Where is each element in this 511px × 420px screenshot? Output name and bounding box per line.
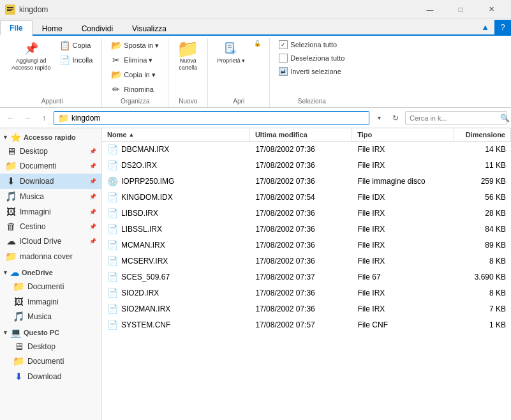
table-row[interactable]: 📄 MCSERV.IRX 17/08/2002 07:36 File IRX 8…	[102, 253, 511, 269]
table-row[interactable]: 📄 SCES_509.67 17/08/2002 07:37 File 67 3…	[102, 269, 511, 285]
sidebar-item-download[interactable]: ⬇ Download 📌	[0, 174, 101, 189]
tab-condividi[interactable]: Condividi	[72, 20, 122, 36]
paste-icon: 📄	[60, 55, 70, 65]
tab-file[interactable]: File	[0, 20, 33, 36]
select-all-button[interactable]: ✓ Seleziona tutto	[275, 38, 348, 51]
sidebar-item-desktop[interactable]: 🖥 Desktop 📌	[0, 144, 101, 158]
quick-access-header[interactable]: ▼ ⭐ Accesso rapido	[0, 131, 101, 144]
pin-indicator3: 📌	[89, 178, 96, 184]
dropdown-arrow[interactable]: ▾	[372, 111, 386, 125]
file-modified: 17/08/2002 07:37	[250, 271, 352, 283]
onedrive-cloud-icon: ☁	[10, 267, 19, 278]
table-row[interactable]: 📄 LIBSD.IRX 17/08/2002 07:36 File IRX 28…	[102, 206, 511, 221]
madonna-label: madonna cover	[20, 252, 96, 261]
expand-icon: ▼	[3, 134, 8, 140]
address-input[interactable]: 📁 kingdom	[54, 111, 369, 125]
sidebar-item-documenti[interactable]: 📁 Documenti 📌	[0, 158, 101, 174]
file-type-icon: 📄	[107, 192, 118, 202]
sidebar-item-musica[interactable]: 🎵 Musica 📌	[0, 189, 101, 204]
table-row[interactable]: 📄 SIO2MAN.IRX 17/08/2002 07:36 File IRX …	[102, 301, 511, 317]
sidebar-item-pc-documenti[interactable]: 📁 Documenti	[0, 354, 101, 369]
help-button[interactable]: ?	[494, 20, 511, 34]
paste-button[interactable]: 📄 Incolla	[56, 53, 97, 67]
open-button[interactable]: 🔓	[251, 38, 264, 49]
file-type-icon: 📄	[107, 272, 118, 282]
move-to-button[interactable]: 📂 Sposta in ▾	[107, 38, 163, 52]
add-to-quick-access-button[interactable]: 📌 Aggiungi adAccesso rapido	[8, 38, 55, 74]
maximize-button[interactable]: □	[446, 0, 475, 19]
quick-access-label: Accesso rapido	[24, 133, 76, 141]
deselect-all-button[interactable]: Deseleziona tutto	[275, 52, 348, 64]
col-header-modified[interactable]: Ultima modifica	[250, 128, 352, 141]
invert-selection-button[interactable]: ⇄ Inverti selezione	[275, 65, 348, 78]
musica-label: Musica	[20, 192, 86, 201]
sidebar: ▼ ⭐ Accesso rapido 🖥 Desktop 📌 📁 Documen…	[0, 128, 102, 420]
tab-visualizza[interactable]: Visualizza	[122, 20, 176, 36]
properties-button[interactable]: Proprietà ▾	[213, 38, 249, 67]
copy-to-button[interactable]: 📂 Copia in ▾	[107, 68, 163, 82]
sidebar-item-immagini[interactable]: 🖼 Immagini 📌	[0, 204, 101, 219]
table-row[interactable]: 📄 KINGDOM.IDX 17/08/2002 07:54 File IDX …	[102, 190, 511, 206]
close-button[interactable]: ✕	[477, 0, 506, 19]
questo-pc-header[interactable]: ▼ 💻 Questo PC	[0, 324, 101, 339]
sidebar-item-pc-desktop[interactable]: 🖥 Desktop	[0, 339, 101, 354]
pc-desktop-label: Desktop	[27, 342, 96, 351]
file-type: File IRX	[353, 144, 455, 155]
questo-pc-label: Questo PC	[24, 329, 59, 336]
sidebar-item-od-musica[interactable]: 🎵 Musica	[0, 309, 101, 324]
table-row[interactable]: 📄 SYSTEM.CNF 17/08/2002 07:57 File CNF 1…	[102, 317, 511, 333]
ribbon-group-nuovo: 📁 Nuovacartella Nuovo	[168, 38, 208, 107]
file-modified: 17/08/2002 07:36	[250, 160, 352, 171]
copy-button[interactable]: 📋 Copia	[56, 38, 97, 52]
file-size: 3.690 KB	[455, 271, 511, 283]
delete-button[interactable]: ✂ Elimina ▾	[107, 53, 163, 67]
table-row[interactable]: 📄 LIBSSL.IRX 17/08/2002 07:36 File IRX 8…	[102, 221, 511, 237]
search-box[interactable]: 🔍	[405, 111, 507, 125]
table-row[interactable]: 📄 MCMAN.IRX 17/08/2002 07:36 File IRX 89…	[102, 237, 511, 253]
pc-icon: 💻	[10, 327, 21, 338]
pin-indicator: 📌	[89, 148, 96, 154]
sidebar-item-icloud[interactable]: ☁ iCloud Drive 📌	[0, 234, 101, 249]
od-musica-icon: 🎵	[13, 311, 24, 322]
back-button[interactable]: ←	[4, 111, 18, 125]
table-row[interactable]: 📄 DBCMAN.IRX 17/08/2002 07:36 File IRX 1…	[102, 142, 511, 158]
table-row[interactable]: 📄 DS2O.IRX 17/08/2002 07:36 File IRX 11 …	[102, 158, 511, 174]
table-row[interactable]: 📄 SIO2D.IRX 17/08/2002 07:36 File IRX 8 …	[102, 285, 511, 301]
sidebar-item-od-documenti[interactable]: 📁 Documenti	[0, 279, 101, 294]
file-size: 8 KB	[455, 255, 511, 267]
immagini-label: Immagini	[20, 207, 86, 216]
documenti-label: Documenti	[20, 161, 86, 170]
open-label: 🔓	[254, 40, 261, 47]
sidebar-item-cestino[interactable]: 🗑 Cestino 📌	[0, 219, 101, 234]
forward-button[interactable]: →	[20, 111, 34, 125]
new-folder-button[interactable]: 📁 Nuovacartella	[174, 38, 202, 74]
ribbon-expand-btn[interactable]: ▲	[476, 20, 494, 34]
nuovo-label: Nuovo	[174, 96, 202, 105]
tab-home[interactable]: Home	[33, 20, 72, 36]
cestino-label: Cestino	[20, 222, 86, 231]
delete-label: Elimina ▾	[124, 56, 152, 64]
minimize-button[interactable]: —	[415, 0, 445, 19]
col-header-size[interactable]: Dimensione	[454, 128, 511, 141]
search-input[interactable]	[410, 114, 498, 122]
table-row[interactable]: 💿 IOPRP250.IMG 17/08/2002 07:36 File imm…	[102, 174, 511, 190]
sidebar-item-pc-download[interactable]: ⬇ Download	[0, 369, 101, 384]
file-type: File IRX	[353, 287, 455, 299]
col-header-name[interactable]: Nome ▲	[102, 128, 250, 141]
refresh-button[interactable]: ↻	[389, 111, 403, 125]
onedrive-header[interactable]: ▼ ☁ OneDrive	[0, 264, 101, 279]
rename-button[interactable]: ✏ Rinomina	[107, 82, 163, 96]
svg-rect-7	[228, 47, 232, 48]
file-type-icon: 📄	[107, 288, 118, 298]
col-header-type[interactable]: Tipo	[352, 128, 454, 141]
sidebar-item-madonna[interactable]: 📁 madonna cover	[0, 249, 101, 264]
file-list[interactable]: 📄 DBCMAN.IRX 17/08/2002 07:36 File IRX 1…	[102, 142, 511, 420]
deselect-label: Deseleziona tutto	[290, 54, 344, 62]
file-name: MCSERV.IRX	[121, 257, 168, 266]
file-type: File IRX	[353, 303, 455, 315]
invert-label: Inverti selezione	[290, 68, 341, 75]
file-size: 1 KB	[455, 319, 511, 331]
window-title: kingdom	[19, 5, 415, 14]
up-button[interactable]: ↑	[37, 111, 51, 125]
sidebar-item-od-immagini[interactable]: 🖼 Immagini	[0, 294, 101, 309]
